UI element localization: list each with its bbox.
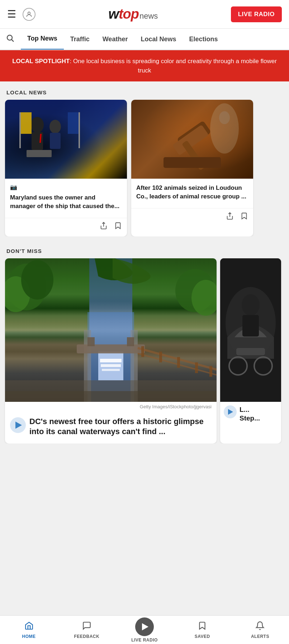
dont-miss-card-title[interactable]: DC's newest free tour offers a historic … <box>29 417 212 437</box>
nav-bar: Top News Traffic Weather Local News Elec… <box>0 29 289 50</box>
nav-home-label: HOME <box>22 634 36 639</box>
svg-line-2 <box>12 40 14 42</box>
svg-rect-9 <box>21 112 32 134</box>
svg-rect-12 <box>27 150 52 157</box>
local-news-cards-row: 📷 Maryland sues the owner and manager of… <box>0 100 289 236</box>
logo-w: w <box>108 6 119 22</box>
tab-weather[interactable]: Weather <box>96 29 134 50</box>
home-icon <box>24 621 34 633</box>
spotlight-text: : One local business is spreading color … <box>70 58 276 74</box>
svg-rect-11 <box>68 112 79 134</box>
nav-home[interactable]: HOME <box>0 621 58 639</box>
local-news-label: LOCAL NEWS <box>0 81 289 100</box>
card-1-content: 📷 Maryland sues the owner and manager of… <box>5 179 127 218</box>
app-logo: wtop news <box>108 6 158 22</box>
card-2-share-button[interactable] <box>226 212 234 222</box>
local-news-section: LOCAL NEWS <box>0 81 289 240</box>
hamburger-icon[interactable]: ☰ <box>7 8 16 20</box>
svg-point-1 <box>7 35 12 40</box>
card-2-content: After 102 animals seized in Loudoun Co.,… <box>131 179 253 208</box>
svg-rect-34 <box>87 337 95 346</box>
header-left: ☰ <box>7 8 35 21</box>
card-1-actions <box>5 218 127 236</box>
partial-card-title[interactable]: L...Step... <box>240 405 260 423</box>
play-title-row: DC's newest free tour offers a historic … <box>10 417 212 437</box>
svg-point-23 <box>21 260 53 300</box>
svg-rect-17 <box>164 157 221 168</box>
partial-card-content: L...Step... <box>220 402 281 427</box>
logo-top: top <box>119 6 139 22</box>
tab-top-news[interactable]: Top News <box>21 29 64 50</box>
app-header: ☰ wtop news LIVE RADIO <box>0 0 289 29</box>
svg-point-47 <box>242 294 260 316</box>
svg-rect-41 <box>159 352 162 362</box>
svg-point-19 <box>219 111 230 124</box>
tab-local-news[interactable]: Local News <box>134 29 183 50</box>
svg-rect-7 <box>50 133 61 149</box>
play-icon <box>15 422 22 429</box>
news-card-animals-image <box>131 100 253 179</box>
news-card-animals: After 102 animals seized in Loudoun Co.,… <box>131 100 253 236</box>
spotlight-label: LOCAL SPOTLIGHT <box>12 58 70 65</box>
svg-rect-10 <box>79 112 80 148</box>
svg-point-6 <box>49 120 61 133</box>
svg-rect-44 <box>209 366 212 377</box>
nav-saved-label: SAVED <box>195 634 210 639</box>
svg-rect-40 <box>141 346 144 357</box>
dont-miss-label: DON'T MISS <box>0 240 289 258</box>
nav-live-radio[interactable]: LIVE RADIO <box>115 617 173 643</box>
card-2-title[interactable]: After 102 animals seized in Loudoun Co.,… <box>136 184 248 201</box>
svg-rect-43 <box>195 362 198 373</box>
news-card-maryland-image <box>5 100 127 179</box>
svg-rect-33 <box>77 344 145 353</box>
dont-miss-play-button[interactable] <box>10 417 26 433</box>
svg-rect-28 <box>100 359 122 362</box>
dont-miss-card-partial: L...Step... <box>220 258 281 443</box>
nav-alerts-label: ALERTS <box>251 634 269 639</box>
dont-miss-cards-row: Getty Images/iStockphoto/jjgervasi DC's … <box>0 258 289 443</box>
tab-elections[interactable]: Elections <box>183 29 224 50</box>
camera-icon-card1: 📷 <box>10 184 17 191</box>
dont-miss-card-canal: Getty Images/iStockphoto/jjgervasi DC's … <box>5 258 217 443</box>
card-1-share-button[interactable] <box>100 222 108 231</box>
svg-rect-37 <box>5 391 217 402</box>
svg-rect-30 <box>102 369 120 371</box>
partial-play-icon <box>228 409 233 415</box>
logo-news: news <box>139 11 158 21</box>
canal-image <box>5 258 217 402</box>
bottom-nav: HOME FEEDBACK LIVE RADIO SAVED <box>0 615 289 644</box>
svg-rect-8 <box>19 112 21 148</box>
dont-miss-card-content: DC's newest free tour offers a historic … <box>5 412 217 443</box>
partial-card-image <box>220 258 281 402</box>
live-radio-play-icon <box>142 623 148 630</box>
tab-traffic[interactable]: Traffic <box>64 29 96 50</box>
svg-rect-42 <box>177 357 180 368</box>
feedback-icon <box>82 621 91 633</box>
image-credit: Getty Images/iStockphoto/jjgervasi <box>5 402 217 412</box>
dont-miss-section: DON'T MISS <box>0 240 289 451</box>
spotlight-banner[interactable]: LOCAL SPOTLIGHT: One local business is s… <box>0 50 289 81</box>
alerts-icon <box>255 621 265 633</box>
nav-feedback-label: FEEDBACK <box>74 634 99 639</box>
svg-rect-51 <box>236 348 265 355</box>
partial-play-button[interactable] <box>224 405 237 418</box>
card-1-title[interactable]: Maryland sues the owner and manager of t… <box>10 193 122 211</box>
svg-rect-48 <box>242 315 259 337</box>
live-radio-bottom-circle[interactable] <box>135 617 154 636</box>
card-2-bookmark-button[interactable] <box>240 212 248 222</box>
search-icon[interactable] <box>6 34 14 44</box>
live-radio-header-button[interactable]: LIVE RADIO <box>231 6 282 22</box>
news-card-maryland: 📷 Maryland sues the owner and manager of… <box>5 100 127 236</box>
nav-saved[interactable]: SAVED <box>174 621 231 639</box>
svg-rect-35 <box>127 337 134 346</box>
nav-feedback[interactable]: FEEDBACK <box>58 621 115 639</box>
svg-point-3 <box>31 117 44 133</box>
card-1-bookmark-button[interactable] <box>114 222 122 231</box>
svg-point-18 <box>210 103 239 154</box>
card-2-actions <box>131 208 253 227</box>
nav-alerts[interactable]: ALERTS <box>231 621 289 639</box>
nav-live-radio-label: LIVE RADIO <box>131 638 158 643</box>
svg-rect-29 <box>101 364 121 367</box>
user-icon[interactable] <box>23 8 35 21</box>
saved-icon <box>198 621 207 633</box>
